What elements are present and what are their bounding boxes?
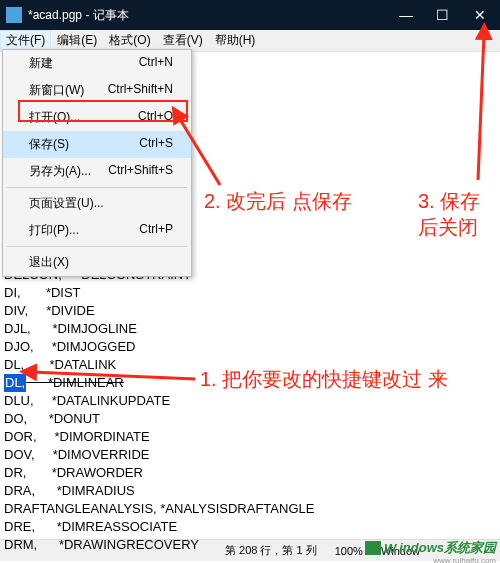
menu-item-shortcut: Ctrl+N	[139, 55, 173, 72]
text-line: DR, *DRAWORDER	[4, 464, 314, 482]
close-button[interactable]: ✕	[460, 0, 500, 30]
minimize-button[interactable]: —	[388, 0, 424, 30]
menu-help[interactable]: 帮助(H)	[209, 30, 262, 51]
menu-item-7[interactable]: 打印(P)...Ctrl+P	[3, 217, 191, 244]
menu-file[interactable]: 文件(F)	[0, 30, 51, 51]
menu-item-label: 新窗口(W)	[29, 82, 84, 99]
menu-item-shortcut: Ctrl+P	[139, 222, 173, 239]
text-selection: DL,	[4, 374, 26, 392]
annotation-2: 2. 改完后 点保存	[204, 188, 352, 214]
menu-item-label: 另存为(A)...	[29, 163, 91, 180]
arrow-1-icon	[25, 364, 195, 394]
window-title: *acad.pgp - 记事本	[28, 7, 388, 24]
arrow-2-icon	[170, 110, 230, 190]
titlebar: *acad.pgp - 记事本 — ☐ ✕	[0, 0, 500, 30]
text-line: DRA, *DIMRADIUS	[4, 482, 314, 500]
menu-view[interactable]: 查看(V)	[157, 30, 209, 51]
windows-icon	[365, 541, 381, 555]
text-line: DRE, *DIMREASSOCIATE	[4, 518, 314, 536]
status-zoom: 100%	[335, 545, 363, 557]
annotation-3: 3. 保存 后关闭	[418, 188, 500, 240]
text-line: DLU, *DATALINKUPDATE	[4, 392, 314, 410]
menu-format[interactable]: 格式(O)	[103, 30, 156, 51]
menu-item-label: 打印(P)...	[29, 222, 79, 239]
svg-line-2	[478, 34, 484, 180]
text-line: DI, *DIST	[4, 284, 314, 302]
maximize-button[interactable]: ☐	[424, 0, 460, 30]
menu-item-label: 保存(S)	[29, 136, 69, 153]
arrow-3-icon	[468, 28, 498, 183]
menu-edit[interactable]: 编辑(E)	[51, 30, 103, 51]
text-line: DO, *DONUT	[4, 410, 314, 428]
svg-line-0	[31, 372, 195, 379]
notepad-icon	[6, 7, 22, 23]
menu-item-3[interactable]: 保存(S)Ctrl+S	[3, 131, 191, 158]
menu-item-shortcut: Ctrl+S	[139, 136, 173, 153]
text-line: DRM, *DRAWINGRECOVERY	[4, 536, 314, 554]
svg-line-1	[178, 116, 220, 185]
text-line: DOR, *DIMORDINATE	[4, 428, 314, 446]
window-controls: — ☐ ✕	[388, 0, 500, 30]
menu-item-4[interactable]: 另存为(A)...Ctrl+Shift+S	[3, 158, 191, 185]
menu-item-6[interactable]: 页面设置(U)...	[3, 190, 191, 217]
annotation-highlight-save	[18, 100, 188, 122]
watermark-logo: Windows系统家园	[365, 539, 496, 557]
text-line: DJL, *DIMJOGLINE	[4, 320, 314, 338]
menu-item-shortcut: Ctrl+Shift+S	[108, 163, 173, 180]
file-dropdown: 新建Ctrl+N新窗口(W)Ctrl+Shift+N打开(O)...Ctrl+O…	[2, 49, 192, 277]
text-line: DJO, *DIMJOGGED	[4, 338, 314, 356]
menu-item-shortcut: Ctrl+Shift+N	[108, 82, 173, 99]
text-line: DIV, *DIVIDE	[4, 302, 314, 320]
menu-item-label: 退出(X)	[29, 254, 69, 271]
menu-separator	[7, 187, 187, 188]
annotation-1: 1. 把你要改的快捷键改过 来	[200, 366, 490, 392]
menu-separator	[7, 246, 187, 247]
menu-item-label: 页面设置(U)...	[29, 195, 104, 212]
watermark-url: www.ruihaifu.com	[433, 556, 496, 563]
text-line: DOV, *DIMOVERRIDE	[4, 446, 314, 464]
menu-item-0[interactable]: 新建Ctrl+N	[3, 50, 191, 77]
menu-item-label: 新建	[29, 55, 53, 72]
text-line: DRAFTANGLEANALYSIS, *ANALYSISDRAFTANGLE	[4, 500, 314, 518]
menu-item-9[interactable]: 退出(X)	[3, 249, 191, 276]
